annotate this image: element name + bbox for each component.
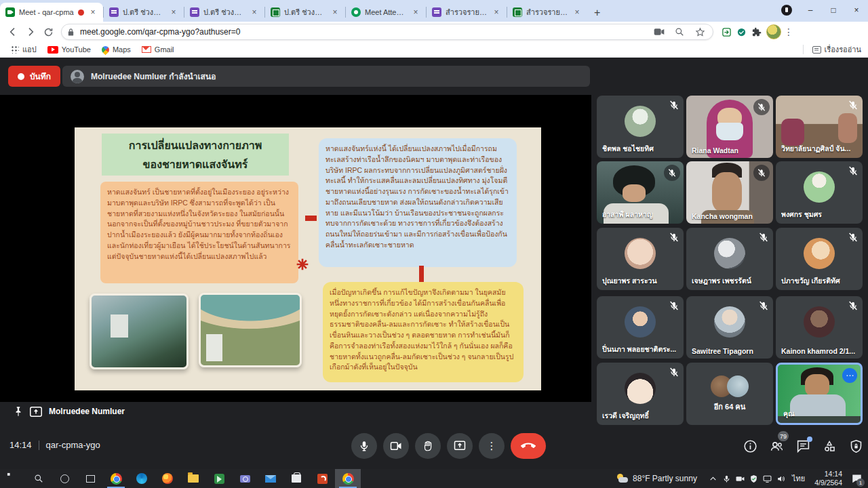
taskbar-camera-app[interactable]	[232, 469, 258, 488]
camera-button[interactable]	[383, 433, 409, 459]
recording-button[interactable]: บันทึก	[8, 66, 60, 87]
url-text[interactable]: meet.google.com/qar-cpma-ygo?authuser=0	[80, 27, 240, 37]
browser-tab-pretest-forms[interactable]: ป.ตรี ช่วงที่ 2 Pretest 4 ×	[184, 3, 264, 22]
activities-button[interactable]	[821, 438, 837, 454]
tray-network-display[interactable]	[761, 469, 774, 488]
forward-icon[interactable]	[22, 23, 39, 41]
zoom-page-icon[interactable]	[672, 24, 687, 39]
tab-close-icon[interactable]: ×	[411, 7, 420, 17]
extensions-puzzle-icon[interactable]	[749, 24, 764, 39]
browser-menu-icon[interactable]: ⋮	[781, 24, 796, 39]
taskbar-chrome-2-active[interactable]	[335, 469, 361, 488]
taskbar-edge[interactable]	[129, 469, 155, 488]
tray-camera-in-use[interactable]	[734, 469, 747, 488]
browser-tab-pretest-sheets[interactable]: ป.ตรี ช่วงที่ 2 Pretest 4 ×	[265, 3, 345, 22]
start-button[interactable]	[0, 469, 26, 488]
taskbar-powerpoint[interactable]	[309, 469, 335, 488]
tray-clock[interactable]: 14:14 4/9/2564	[809, 470, 848, 487]
tile-options-button[interactable]: ⋯	[842, 368, 857, 383]
tray-volume[interactable]	[774, 469, 788, 488]
mic-muted-icon	[757, 102, 766, 112]
reading-list-button[interactable]: เรื่องรออ่าน	[797, 43, 861, 56]
tray-mic[interactable]	[720, 469, 734, 488]
tab-close-icon[interactable]: ×	[88, 7, 98, 17]
participant-tile[interactable]: ปิ่นนภา พลอยชาติตระ...	[597, 296, 684, 359]
more-participants-tile[interactable]: อีก 64 คน	[686, 363, 773, 425]
window-maximize-button[interactable]: □	[822, 5, 845, 15]
tab-close-icon[interactable]: ×	[250, 7, 259, 17]
security-shield-icon	[749, 474, 758, 483]
participant-tile[interactable]: วิทยาลัยนาฏศิลป์ จัน...	[776, 96, 863, 158]
browser-tab-posttest[interactable]: ป.ตรี ช่วงที่ 2 Posttest 4 ×	[104, 3, 184, 22]
raise-hand-button[interactable]	[415, 433, 441, 459]
bookmark-youtube[interactable]: YouTube	[47, 45, 91, 54]
new-tab-button[interactable]: +	[587, 7, 607, 22]
pin-icon[interactable]	[14, 406, 23, 417]
browser-tab-survey-form[interactable]: สำรวจรายชื่อ 4 ก.ย.64 - ×	[427, 3, 507, 22]
shared-slide: การเปลี่ยนแปลงทางกายภาพ ของชายหาดแสงจันท…	[75, 127, 541, 390]
chat-button[interactable]	[795, 438, 811, 454]
tray-security[interactable]	[747, 469, 761, 488]
task-view-button[interactable]	[77, 469, 103, 488]
participant-tile[interactable]: ปภาขวัญ เกียรติทัศ	[776, 228, 863, 290]
tray-expand-button[interactable]	[707, 469, 720, 488]
participant-tile[interactable]: ชิตพล ชอไชยทิศ	[597, 96, 684, 158]
tray-language-indicator[interactable]: ไทย	[788, 472, 809, 485]
call-controls: ⋮	[351, 433, 546, 459]
photo-building-shape	[206, 334, 222, 361]
back-icon[interactable]	[4, 23, 22, 41]
participant-tile[interactable]: พงศกร ชุมศร	[776, 161, 863, 224]
taskbar-weather[interactable]: 88°F Partly sunny	[616, 474, 697, 483]
window-close-button[interactable]: ×	[845, 5, 868, 15]
tab-camera-icon[interactable]	[652, 24, 667, 39]
divider	[39, 441, 39, 450]
tab-close-icon[interactable]: ×	[169, 7, 178, 17]
bookmark-apps[interactable]: แอป	[11, 43, 37, 56]
browser-update-icon[interactable]	[781, 5, 792, 16]
participant-tile[interactable]: Kainon khamrod 2/1...	[776, 296, 863, 359]
cortana-button[interactable]	[52, 469, 77, 488]
more-options-button[interactable]: ⋮	[479, 433, 505, 459]
tab-close-icon[interactable]: ×	[572, 7, 582, 17]
participant-tile[interactable]: Riana Wadtan	[686, 96, 773, 158]
participant-tile[interactable]: อาสาฬ์ ผลาหาญ	[597, 161, 684, 224]
self-view-tile[interactable]: ⋯ คุณ	[776, 363, 863, 425]
window-minimize-button[interactable]: –	[799, 5, 822, 15]
taskbar-search-button[interactable]	[26, 469, 52, 488]
browser-tab-survey-sheet[interactable]: สำรวจรายชื่อ 4 ก.ย.64 ×	[507, 3, 587, 22]
chevron-up-icon	[709, 474, 717, 483]
participant-tile[interactable]: Kancha wongman	[686, 161, 773, 224]
reload-icon[interactable]	[39, 23, 57, 41]
host-controls-button[interactable]	[848, 438, 864, 454]
taskbar-mail[interactable]	[258, 469, 283, 488]
profile-avatar[interactable]	[766, 24, 781, 39]
recording-white-dot-icon	[18, 73, 24, 80]
bookmark-maps[interactable]: Maps	[102, 45, 131, 54]
mic-button[interactable]	[351, 433, 377, 459]
participant-tile[interactable]: เจษฎาพร เพชรรัตน์	[686, 228, 773, 290]
extension-signin-icon[interactable]	[719, 24, 734, 39]
taskbar-file-explorer[interactable]	[180, 469, 206, 488]
taskbar-store[interactable]	[283, 469, 309, 488]
tab-close-icon[interactable]: ×	[492, 7, 501, 17]
participant-tile[interactable]: ปุณยาพร สาระวน	[597, 228, 684, 290]
participant-tile[interactable]: Sawitree Tipagorn	[686, 296, 773, 359]
google-forms-icon	[190, 7, 199, 17]
browser-tab-meet[interactable]: Meet - qar-cpma ×	[0, 3, 103, 22]
url-bar[interactable]: meet.google.com/qar-cpma-ygo?authuser=0	[61, 24, 713, 40]
end-call-button[interactable]	[511, 433, 546, 459]
meeting-details-button[interactable]	[742, 438, 758, 454]
taskbar-idm[interactable]	[206, 469, 232, 488]
browser-tab-attendance[interactable]: Meet Attendance: Mo ×	[346, 3, 426, 22]
tab-close-icon[interactable]: ×	[330, 7, 340, 17]
participants-button[interactable]: 79	[768, 438, 785, 454]
participant-tile[interactable]: เรวดี เจริญฤทธิ์	[597, 363, 684, 425]
bookmark-gmail[interactable]: Gmail	[142, 45, 174, 54]
action-center-button[interactable]: 1	[848, 469, 865, 488]
extension-attendance-icon[interactable]	[734, 24, 749, 39]
bookmark-star-icon[interactable]	[692, 24, 707, 39]
stacked-avatars	[711, 375, 749, 399]
present-screen-button[interactable]	[447, 433, 473, 459]
taskbar-chrome-1[interactable]	[103, 469, 129, 488]
taskbar-firefox[interactable]	[155, 469, 180, 488]
